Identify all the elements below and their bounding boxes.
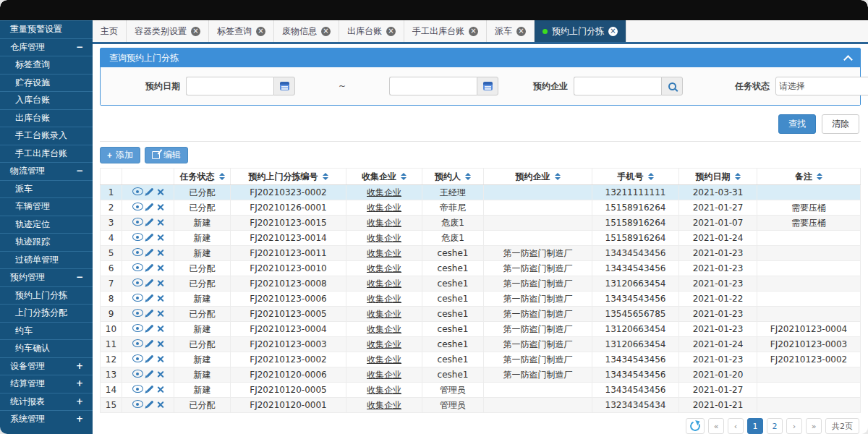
expand-icon[interactable]: + xyxy=(76,358,83,375)
collect-company-link[interactable]: 收集企业 xyxy=(367,294,401,304)
sidebar-item-轨迹跟踪[interactable]: 轨迹跟踪 xyxy=(0,233,93,251)
delete-icon[interactable] xyxy=(157,188,164,195)
view-icon[interactable] xyxy=(132,309,143,317)
delete-icon[interactable] xyxy=(157,325,164,332)
view-icon[interactable] xyxy=(132,354,143,362)
cell-收集企业[interactable]: 收集企业 xyxy=(346,307,422,322)
delete-icon[interactable] xyxy=(157,218,164,226)
view-icon[interactable] xyxy=(132,370,143,378)
cell-收集企业[interactable]: 收集企业 xyxy=(346,352,422,367)
clear-button[interactable]: 清除 xyxy=(822,114,859,134)
sidebar-item-重量预警设置[interactable]: 重量预警设置 xyxy=(0,20,93,38)
close-icon[interactable] xyxy=(321,27,331,36)
tab-预约上门分拣[interactable]: 预约上门分拣 xyxy=(535,20,626,42)
table-row[interactable]: 6已分配FJ20210123-0010收集企业ceshe1第一防盗门制造厂134… xyxy=(101,261,861,276)
tab-派车[interactable]: 派车 xyxy=(487,20,535,42)
table-row[interactable]: 9已分配FJ20210123-0005收集企业ceshe1第一防盗门制造厂135… xyxy=(101,307,861,322)
collect-company-link[interactable]: 收集企业 xyxy=(367,218,401,228)
pager-nav-button[interactable]: « xyxy=(708,418,724,434)
view-icon[interactable] xyxy=(132,218,143,226)
edit-row-icon[interactable] xyxy=(146,310,153,317)
close-icon[interactable] xyxy=(608,27,618,36)
sidebar-item-约车确认[interactable]: 约车确认 xyxy=(0,339,93,357)
delete-icon[interactable] xyxy=(157,264,164,271)
sort-icon[interactable] xyxy=(401,173,407,180)
table-row[interactable]: 10新建FJ20210123-0004收集企业ceshe1第一防盗门制造厂131… xyxy=(101,322,861,337)
collect-company-link[interactable]: 收集企业 xyxy=(367,400,401,410)
cell-收集企业[interactable]: 收集企业 xyxy=(346,231,422,246)
collect-company-link[interactable]: 收集企业 xyxy=(367,248,401,258)
sidebar-item-统计报表[interactable]: 统计报表+ xyxy=(0,393,93,411)
table-row[interactable]: 1已分配FJ20210323-0002收集企业王经理13211111111202… xyxy=(101,185,861,200)
close-icon[interactable] xyxy=(256,27,265,36)
column-header-收集企业[interactable]: 收集企业 xyxy=(346,169,422,185)
cell-收集企业[interactable]: 收集企业 xyxy=(346,276,422,292)
table-row[interactable]: 12新建FJ20210123-0002收集企业ceshe1第一防盗门制造厂134… xyxy=(101,352,861,367)
sidebar-item-轨迹定位[interactable]: 轨迹定位 xyxy=(0,216,93,234)
pager-nav-button[interactable]: › xyxy=(786,418,802,434)
view-icon[interactable] xyxy=(132,294,143,302)
cell-收集企业[interactable]: 收集企业 xyxy=(346,383,422,398)
date-to-picker-button[interactable] xyxy=(477,77,498,95)
collect-company-link[interactable]: 收集企业 xyxy=(367,324,401,334)
delete-icon[interactable] xyxy=(157,279,164,286)
cell-收集企业[interactable]: 收集企业 xyxy=(346,246,422,261)
collect-company-link[interactable]: 收集企业 xyxy=(367,354,401,365)
tab-主页[interactable]: 主页 xyxy=(93,20,127,42)
column-header-备注[interactable]: 备注 xyxy=(757,169,861,185)
delete-icon[interactable] xyxy=(157,401,164,408)
expand-icon[interactable]: + xyxy=(76,393,83,411)
sidebar-item-物流管理[interactable]: 物流管理− xyxy=(0,162,93,180)
sort-icon[interactable] xyxy=(555,173,561,180)
cell-收集企业[interactable]: 收集企业 xyxy=(346,367,422,383)
collect-company-link[interactable]: 收集企业 xyxy=(367,263,401,273)
collect-company-link[interactable]: 收集企业 xyxy=(367,203,401,213)
view-icon[interactable] xyxy=(132,278,143,286)
tab-出库台账[interactable]: 出库台账 xyxy=(339,20,404,42)
view-icon[interactable] xyxy=(132,263,143,271)
page-button-1[interactable]: 1 xyxy=(747,418,763,434)
sidebar-item-上门分拣分配[interactable]: 上门分拣分配 xyxy=(0,304,93,322)
table-row[interactable]: 14新建FJ20210120-0005收集企业管理员13434543456202… xyxy=(101,383,861,398)
tab-废物信息[interactable]: 废物信息 xyxy=(274,20,339,42)
table-row[interactable]: 2已分配FJ20210126-0001收集企业帝菲尼15158916264202… xyxy=(101,200,861,216)
sidebar-item-手工出库台账[interactable]: 手工出库台账 xyxy=(0,145,93,163)
collect-company-link[interactable]: 收集企业 xyxy=(367,278,401,289)
edit-button[interactable]: 编辑 xyxy=(145,147,188,163)
edit-row-icon[interactable] xyxy=(146,370,153,378)
expand-icon[interactable]: + xyxy=(76,411,83,428)
column-header-预约日期[interactable]: 预约日期 xyxy=(679,169,757,185)
table-row[interactable]: 7已分配FJ20210123-0008收集企业ceshe1第一防盗门制造厂131… xyxy=(101,276,861,292)
cell-收集企业[interactable]: 收集企业 xyxy=(346,292,422,307)
sidebar-item-出库台账[interactable]: 出库台账 xyxy=(0,109,93,127)
company-search-button[interactable] xyxy=(661,77,683,95)
column-header-手机号[interactable]: 手机号 xyxy=(592,169,679,185)
collect-company-link[interactable]: 收集企业 xyxy=(367,187,401,197)
sidebar-item-仓库管理[interactable]: 仓库管理− xyxy=(0,38,93,56)
cell-收集企业[interactable]: 收集企业 xyxy=(346,398,422,413)
column-header-预约人[interactable]: 预约人 xyxy=(422,169,484,185)
sort-icon[interactable] xyxy=(323,173,328,180)
refresh-button[interactable] xyxy=(686,418,705,434)
sidebar-item-系统管理[interactable]: 系统管理+ xyxy=(0,410,93,428)
table-row[interactable]: 4新建FJ20210123-0014收集企业危废1151589162642021… xyxy=(101,231,861,246)
delete-icon[interactable] xyxy=(157,234,164,241)
table-row[interactable]: 5新建FJ20210123-0011收集企业ceshe1第一防盗门制造厂1343… xyxy=(101,246,861,261)
collect-company-link[interactable]: 收集企业 xyxy=(367,385,401,395)
delete-icon[interactable] xyxy=(157,294,164,302)
delete-icon[interactable] xyxy=(157,370,164,378)
tab-标签查询[interactable]: 标签查询 xyxy=(209,20,274,42)
view-icon[interactable] xyxy=(132,233,143,241)
cell-收集企业[interactable]: 收集企业 xyxy=(346,185,422,200)
tab-容器类别设置[interactable]: 容器类别设置 xyxy=(127,20,209,42)
company-input[interactable] xyxy=(574,77,661,95)
sidebar-item-车辆管理[interactable]: 车辆管理 xyxy=(0,197,93,216)
edit-row-icon[interactable] xyxy=(146,203,153,210)
status-select[interactable]: 请选择 xyxy=(775,77,868,95)
sidebar-item-约车[interactable]: 约车 xyxy=(0,322,93,340)
sidebar-item-过磅单管理[interactable]: 过磅单管理 xyxy=(0,251,93,269)
cell-收集企业[interactable]: 收集企业 xyxy=(346,216,422,231)
column-header-预约企业[interactable]: 预约企业 xyxy=(484,169,592,185)
view-icon[interactable] xyxy=(132,187,143,195)
date-to-input[interactable] xyxy=(389,77,477,95)
